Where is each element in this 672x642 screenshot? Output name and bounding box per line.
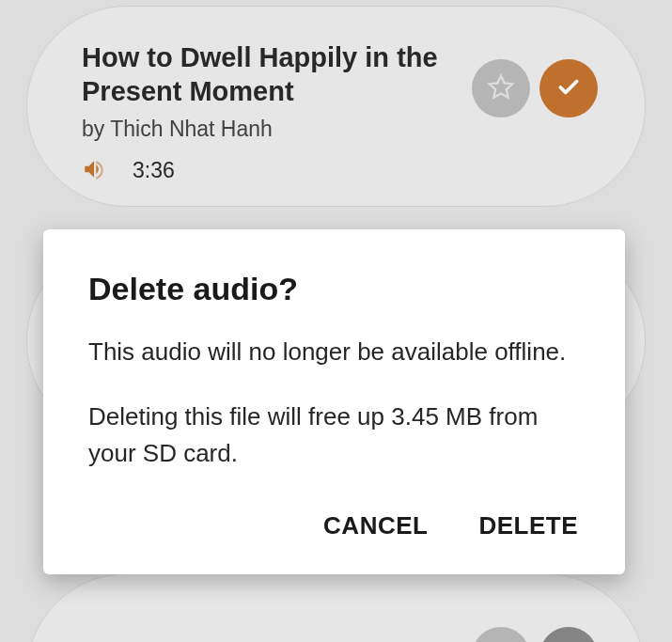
modal-overlay[interactable]: Delete audio? This audio will no longer … (0, 0, 672, 642)
cancel-button[interactable]: CANCEL (321, 508, 430, 544)
dialog-body: This audio will no longer be available o… (88, 334, 580, 472)
dialog-actions: CANCEL DELETE (88, 508, 580, 544)
delete-button[interactable]: DELETE (477, 508, 580, 544)
delete-dialog: Delete audio? This audio will no longer … (43, 229, 625, 574)
dialog-message-1: This audio will no longer be available o… (88, 334, 580, 370)
dialog-title: Delete audio? (88, 271, 580, 307)
dialog-message-2: Deleting this file will free up 3.45 MB … (88, 399, 580, 472)
